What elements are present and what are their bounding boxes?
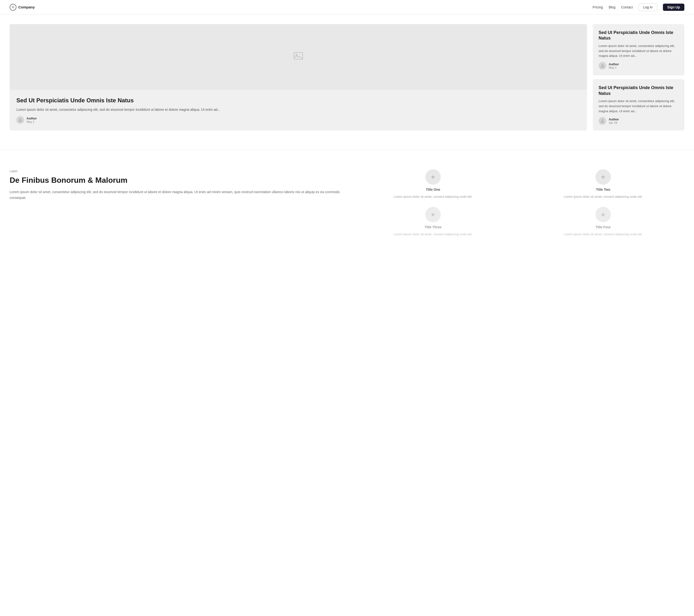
nav-links: Pricing Blog Contact Log In Sign Up bbox=[592, 3, 684, 11]
feature-item-3: ★ Title Three Lorem ipsum dolor sit amet… bbox=[352, 207, 514, 237]
feature-icon-4: ★ bbox=[596, 207, 611, 222]
feature-desc-4: Lorem ipsum dolor sit amet, consect adip… bbox=[564, 232, 643, 237]
sidebar-cards: Sed Ut Perspiciatis Unde Omnis Iste Natu… bbox=[593, 24, 684, 131]
features-left: Label De Finibus Bonorum & Malorum Lorem… bbox=[10, 169, 342, 237]
feature-desc-2: Lorem ipsum dolor sit amet, consect adip… bbox=[564, 194, 643, 199]
features-section: Label De Finibus Bonorum & Malorum Lorem… bbox=[0, 160, 694, 251]
feature-icon-3: ★ bbox=[425, 207, 441, 222]
side-card-2-avatar bbox=[599, 117, 606, 125]
feature-title-3: Title Three bbox=[425, 225, 442, 229]
star-icon-4: ★ bbox=[601, 211, 606, 218]
side-card-2-author-date: Apr 29 bbox=[609, 121, 619, 125]
nav-link-pricing[interactable]: Pricing bbox=[592, 5, 603, 9]
featured-card[interactable]: Sed Ut Perspiciatis Unde Omnis Iste Natu… bbox=[10, 24, 587, 131]
section-desc: Lorem ipsum dolor sit amet, consectetur … bbox=[10, 189, 342, 201]
signup-button[interactable]: Sign Up bbox=[663, 4, 684, 11]
brand-icon: © bbox=[10, 4, 16, 11]
svg-point-1 bbox=[296, 54, 297, 56]
login-button[interactable]: Log In bbox=[639, 3, 657, 11]
blog-section: Sed Ut Perspiciatis Unde Omnis Iste Natu… bbox=[0, 15, 694, 140]
side-card-2[interactable]: Sed Ut Perspiciatis Unde Omnis Iste Natu… bbox=[593, 79, 684, 131]
features-grid: ★ Title One Lorem ipsum dolor sit amet, … bbox=[352, 169, 684, 237]
brand-name: Company bbox=[18, 5, 35, 9]
svg-rect-0 bbox=[294, 53, 303, 59]
side-card-1-author-row: Author May 2 bbox=[599, 62, 679, 70]
side-card-1-title: Sed Ut Perspiciatis Unde Omnis Iste Natu… bbox=[599, 30, 679, 41]
side-card-1[interactable]: Sed Ut Perspiciatis Unde Omnis Iste Natu… bbox=[593, 24, 684, 75]
side-card-1-author-name: Author bbox=[609, 62, 619, 66]
brand: © Company bbox=[10, 4, 35, 11]
featured-author-date: May 2 bbox=[26, 120, 37, 124]
side-card-2-excerpt: Lorem ipsum dolor sit amet, consectetur … bbox=[599, 99, 679, 114]
side-card-1-author-date: May 2 bbox=[609, 66, 619, 69]
feature-item-2: ★ Title Two Lorem ipsum dolor sit amet, … bbox=[522, 169, 684, 199]
nav-link-contact[interactable]: Contact bbox=[621, 5, 633, 9]
feature-desc-1: Lorem ipsum dolor sit amet, consect adip… bbox=[394, 194, 473, 199]
side-card-1-author-info: Author May 2 bbox=[609, 62, 619, 69]
featured-author-name: Author bbox=[26, 116, 37, 120]
star-icon-2: ★ bbox=[601, 174, 606, 180]
featured-title: Sed Ut Perspiciatis Unde Omnis Iste Natu… bbox=[16, 97, 580, 104]
feature-title-2: Title Two bbox=[596, 188, 610, 191]
feature-title-4: Title Four bbox=[596, 225, 611, 229]
featured-content: Sed Ut Perspiciatis Unde Omnis Iste Natu… bbox=[10, 90, 587, 131]
side-card-1-excerpt: Lorem ipsum dolor sit amet, consectetur … bbox=[599, 43, 679, 58]
svg-point-4 bbox=[601, 119, 603, 121]
feature-title-1: Title One bbox=[426, 188, 440, 191]
star-icon-1: ★ bbox=[431, 174, 436, 180]
feature-icon-2: ★ bbox=[596, 169, 611, 185]
featured-author-info: Author May 2 bbox=[26, 116, 37, 124]
side-card-1-avatar bbox=[599, 62, 606, 70]
nav-link-blog[interactable]: Blog bbox=[609, 5, 616, 9]
navbar: © Company Pricing Blog Contact Log In Si… bbox=[0, 0, 694, 15]
feature-desc-3: Lorem ipsum dolor sit amet, consect adip… bbox=[394, 232, 473, 237]
section-divider bbox=[0, 150, 694, 150]
svg-point-3 bbox=[601, 64, 603, 66]
featured-image bbox=[10, 24, 587, 90]
side-card-2-author-row: Author Apr 29 bbox=[599, 117, 679, 125]
side-card-2-author-name: Author bbox=[609, 117, 619, 121]
featured-avatar bbox=[16, 116, 24, 124]
svg-point-2 bbox=[19, 118, 21, 120]
blog-grid: Sed Ut Perspiciatis Unde Omnis Iste Natu… bbox=[10, 24, 684, 131]
feature-item-1: ★ Title One Lorem ipsum dolor sit amet, … bbox=[352, 169, 514, 199]
side-card-2-author-info: Author Apr 29 bbox=[609, 117, 619, 125]
section-title: De Finibus Bonorum & Malorum bbox=[10, 175, 342, 185]
feature-item-4: ★ Title Four Lorem ipsum dolor sit amet,… bbox=[522, 207, 684, 237]
star-icon-3: ★ bbox=[431, 211, 436, 218]
feature-icon-1: ★ bbox=[425, 169, 441, 185]
image-placeholder-icon bbox=[293, 51, 303, 63]
featured-author-row: Author May 2 bbox=[16, 116, 580, 124]
featured-excerpt: Lorem ipsum dolor sit amet, consectetur … bbox=[16, 107, 580, 112]
side-card-2-title: Sed Ut Perspiciatis Unde Omnis Iste Natu… bbox=[599, 85, 679, 96]
section-label: Label bbox=[10, 169, 342, 173]
